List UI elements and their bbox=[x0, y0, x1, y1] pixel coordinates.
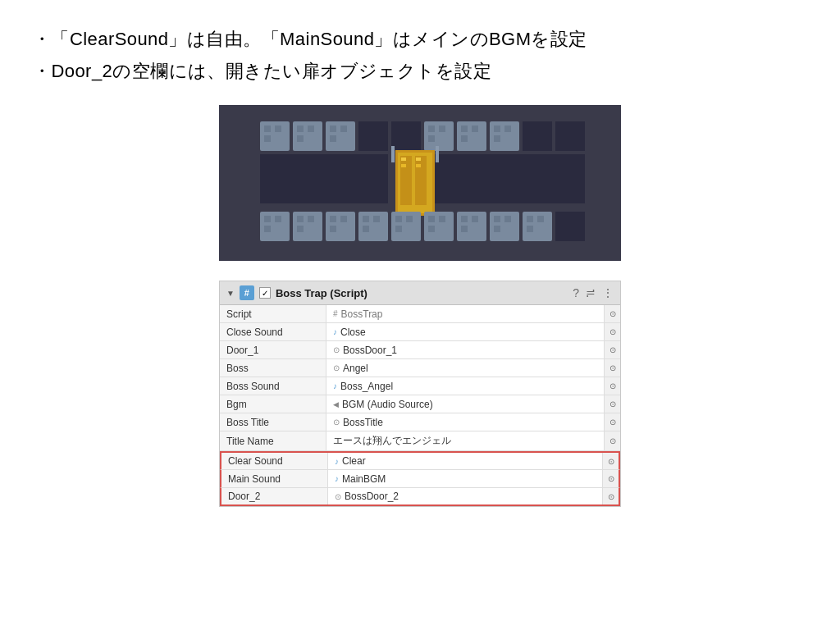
svg-rect-64 bbox=[428, 226, 435, 232]
svg-rect-42 bbox=[264, 216, 271, 222]
row-label: Title Name bbox=[220, 431, 326, 450]
svg-rect-39 bbox=[391, 146, 395, 162]
row-value-text: Angel bbox=[343, 363, 368, 374]
more-icon[interactable]: ⋮ bbox=[602, 286, 614, 299]
svg-rect-54 bbox=[363, 216, 369, 222]
row-value: ♪Boss_Angel bbox=[326, 377, 604, 395]
row-label: Boss Sound bbox=[220, 377, 326, 395]
svg-rect-71 bbox=[504, 216, 511, 222]
svg-rect-36 bbox=[416, 158, 421, 161]
svg-rect-33 bbox=[400, 156, 412, 205]
component-title: Boss Trap (Script) bbox=[276, 287, 568, 299]
svg-rect-14 bbox=[391, 121, 421, 151]
svg-rect-75 bbox=[537, 216, 544, 222]
svg-rect-25 bbox=[504, 126, 511, 132]
svg-rect-6 bbox=[297, 126, 304, 132]
row-value-text: BossDoor_1 bbox=[343, 345, 397, 356]
value-type-icon: ♪ bbox=[335, 474, 339, 483]
table-row: Bgm◀BGM (Audio Source)⊙ bbox=[220, 395, 620, 413]
table-row: Close Sound♪Close⊙ bbox=[220, 323, 620, 341]
row-label: Close Sound bbox=[220, 323, 326, 340]
row-value: ⊙BossDoor_2 bbox=[328, 488, 602, 504]
svg-rect-66 bbox=[461, 216, 468, 222]
table-row: Title Nameエースは翔んでエンジェル⊙ bbox=[220, 431, 620, 451]
row-value-text: BossTrap bbox=[341, 308, 383, 320]
svg-rect-12 bbox=[330, 135, 336, 142]
table-row: Boss⊙Angel⊙ bbox=[220, 359, 620, 377]
row-value: ⊙BossDoor_1 bbox=[326, 341, 604, 358]
row-value: エースは翔んでエンジェル bbox=[326, 431, 604, 450]
value-type-icon: ⊙ bbox=[333, 345, 340, 354]
svg-rect-3 bbox=[275, 126, 281, 132]
row-target-button[interactable]: ⊙ bbox=[604, 413, 620, 431]
row-value: ♪Clear bbox=[328, 453, 602, 469]
row-target-button[interactable]: ⊙ bbox=[602, 453, 619, 469]
svg-rect-28 bbox=[555, 121, 585, 151]
svg-rect-60 bbox=[395, 226, 402, 232]
svg-rect-76 bbox=[527, 226, 533, 232]
row-label: Door_1 bbox=[220, 341, 326, 358]
collapse-arrow[interactable]: ▼ bbox=[226, 289, 235, 298]
instruction-line1: ・「ClearSound」は自由。「MainSound」はメインのBGMを設定 bbox=[33, 25, 807, 53]
value-type-icon: ⊙ bbox=[335, 492, 341, 501]
row-target-button[interactable]: ⊙ bbox=[602, 488, 619, 504]
row-value: ♪MainBGM bbox=[328, 470, 602, 487]
row-target-button[interactable]: ⊙ bbox=[604, 305, 620, 322]
row-label: Script bbox=[220, 305, 326, 322]
svg-rect-51 bbox=[340, 216, 347, 222]
svg-rect-55 bbox=[373, 216, 380, 222]
svg-rect-34 bbox=[415, 156, 427, 205]
header-icons: ? ≓ ⋮ bbox=[573, 286, 614, 299]
table-row: Clear Sound♪Clear⊙ bbox=[220, 451, 620, 470]
table-row: Boss Title⊙BossTitle⊙ bbox=[220, 413, 620, 431]
row-target-button[interactable]: ⊙ bbox=[604, 341, 620, 358]
row-target-button[interactable]: ⊙ bbox=[604, 323, 620, 340]
settings-icon[interactable]: ≓ bbox=[586, 286, 596, 299]
svg-rect-20 bbox=[461, 126, 468, 132]
game-screenshot bbox=[219, 105, 621, 261]
svg-rect-16 bbox=[428, 126, 435, 132]
row-target-button[interactable]: ⊙ bbox=[602, 470, 619, 487]
row-value-text: エースは翔んでエンジェル bbox=[333, 434, 451, 448]
row-target-button[interactable]: ⊙ bbox=[604, 431, 620, 450]
row-label: Door_2 bbox=[221, 488, 328, 504]
svg-rect-10 bbox=[330, 126, 336, 132]
svg-rect-7 bbox=[308, 126, 314, 132]
svg-rect-63 bbox=[439, 216, 445, 222]
svg-rect-27 bbox=[523, 121, 552, 151]
value-type-icon: ◀ bbox=[333, 400, 339, 409]
svg-rect-18 bbox=[428, 135, 435, 142]
row-label: Boss bbox=[220, 359, 326, 377]
enabled-checkbox[interactable]: ✓ bbox=[259, 287, 271, 299]
table-row: Boss Sound♪Boss_Angel⊙ bbox=[220, 377, 620, 395]
svg-rect-8 bbox=[297, 135, 304, 142]
value-type-icon: ⊙ bbox=[333, 363, 340, 372]
row-value: ◀BGM (Audio Source) bbox=[326, 395, 604, 413]
svg-rect-72 bbox=[494, 226, 500, 232]
row-value: #BossTrap bbox=[326, 305, 604, 322]
table-row: Door_1⊙BossDoor_1⊙ bbox=[220, 341, 620, 359]
row-value-text: BGM (Audio Source) bbox=[342, 399, 433, 410]
row-target-button[interactable]: ⊙ bbox=[604, 377, 620, 395]
row-value-text: Boss_Angel bbox=[340, 381, 393, 392]
row-label: Boss Title bbox=[220, 413, 326, 431]
row-target-button[interactable]: ⊙ bbox=[604, 395, 620, 413]
svg-rect-77 bbox=[555, 212, 585, 241]
value-type-icon: ♪ bbox=[333, 381, 337, 390]
svg-rect-48 bbox=[297, 226, 304, 232]
svg-rect-70 bbox=[494, 216, 500, 222]
svg-rect-17 bbox=[439, 126, 445, 132]
row-target-button[interactable]: ⊙ bbox=[604, 359, 620, 377]
svg-rect-47 bbox=[308, 216, 314, 222]
svg-rect-4 bbox=[264, 135, 271, 142]
row-value-text: MainBGM bbox=[342, 473, 386, 485]
instructions-block: ・「ClearSound」は自由。「MainSound」はメインのBGMを設定 … bbox=[33, 25, 807, 85]
svg-rect-2 bbox=[264, 126, 271, 132]
value-type-icon: ♪ bbox=[335, 457, 339, 466]
svg-rect-67 bbox=[472, 216, 478, 222]
table-row: Script#BossTrap⊙ bbox=[220, 305, 620, 323]
row-label: Bgm bbox=[220, 395, 326, 413]
instruction-line2: ・Door_2の空欄には、開きたい扉オブジェクトを設定 bbox=[33, 57, 807, 85]
help-icon[interactable]: ? bbox=[573, 286, 579, 299]
svg-rect-62 bbox=[428, 216, 435, 222]
